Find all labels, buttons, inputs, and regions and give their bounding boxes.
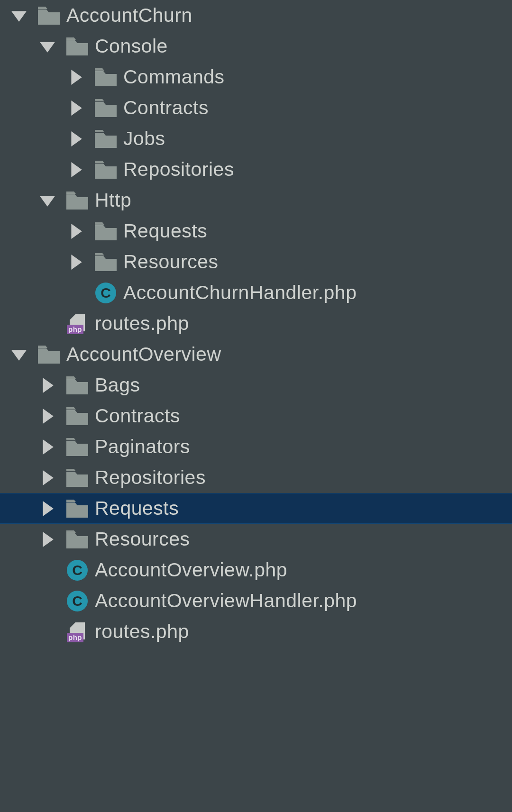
php-file-icon: php bbox=[66, 621, 88, 643]
folder-label: AccountChurn bbox=[66, 6, 192, 25]
file-label: AccountOverviewHandler.php bbox=[95, 591, 357, 611]
file-label: routes.php bbox=[95, 622, 189, 641]
file-accountoverview[interactable]: C AccountOverview.php bbox=[0, 555, 512, 585]
folder-accountchurn[interactable]: AccountChurn bbox=[0, 0, 512, 31]
svg-marker-6 bbox=[40, 196, 55, 206]
folder-icon bbox=[95, 220, 117, 242]
folder-icon bbox=[95, 66, 117, 88]
svg-marker-7 bbox=[71, 224, 82, 239]
folder-label: AccountOverview bbox=[66, 345, 221, 364]
file-routes-accountoverview[interactable]: php routes.php bbox=[0, 616, 512, 647]
svg-marker-12 bbox=[43, 439, 53, 455]
file-routes-accountchurn[interactable]: php routes.php bbox=[0, 308, 512, 339]
chevron-down-icon[interactable] bbox=[9, 6, 28, 25]
folder-repositories[interactable]: Repositories bbox=[0, 154, 512, 185]
svg-marker-10 bbox=[43, 378, 53, 393]
folder-label: Contracts bbox=[123, 98, 209, 118]
php-class-icon: C bbox=[95, 282, 117, 304]
file-label: AccountChurnHandler.php bbox=[123, 283, 357, 302]
folder-label: Repositories bbox=[95, 468, 206, 487]
folder-jobs[interactable]: Jobs bbox=[0, 123, 512, 154]
folder-icon bbox=[66, 36, 88, 57]
php-class-icon: C bbox=[66, 590, 88, 612]
folder-ao-repositories[interactable]: Repositories bbox=[0, 462, 512, 493]
folder-icon bbox=[66, 467, 88, 489]
folder-accountoverview[interactable]: AccountOverview bbox=[0, 339, 512, 370]
folder-label: Resources bbox=[123, 252, 218, 272]
folder-label: Console bbox=[95, 36, 168, 56]
folder-icon bbox=[95, 159, 117, 181]
chevron-right-icon[interactable] bbox=[66, 68, 85, 87]
folder-icon bbox=[95, 128, 117, 150]
folder-ao-resources[interactable]: Resources bbox=[0, 524, 512, 555]
folder-label: Commands bbox=[123, 67, 225, 87]
php-file-icon: php bbox=[66, 313, 88, 335]
folder-icon bbox=[38, 5, 60, 27]
folder-label: Http bbox=[95, 191, 131, 210]
folder-label: Resources bbox=[95, 529, 190, 549]
folder-label: Repositories bbox=[123, 160, 234, 179]
folder-ao-requests[interactable]: Requests bbox=[0, 493, 512, 524]
svg-marker-11 bbox=[43, 409, 53, 424]
folder-label: Paginators bbox=[95, 437, 190, 456]
svg-marker-15 bbox=[43, 532, 53, 547]
file-label: routes.php bbox=[95, 314, 189, 333]
folder-http[interactable]: Http bbox=[0, 185, 512, 216]
folder-icon bbox=[38, 344, 60, 365]
folder-label: Requests bbox=[95, 499, 179, 518]
folder-icon bbox=[66, 529, 88, 550]
svg-marker-13 bbox=[43, 470, 53, 485]
svg-marker-0 bbox=[11, 11, 27, 21]
folder-icon bbox=[95, 97, 117, 119]
file-label: AccountOverview.php bbox=[95, 560, 287, 580]
chevron-down-icon[interactable] bbox=[38, 37, 57, 56]
chevron-right-icon[interactable] bbox=[38, 499, 57, 518]
svg-marker-2 bbox=[71, 70, 82, 85]
svg-marker-8 bbox=[71, 255, 82, 270]
svg-marker-14 bbox=[43, 501, 53, 516]
file-accountchurnhandler[interactable]: C AccountChurnHandler.php bbox=[0, 277, 512, 308]
folder-bags[interactable]: Bags bbox=[0, 370, 512, 401]
chevron-right-icon[interactable] bbox=[66, 160, 85, 179]
svg-marker-9 bbox=[11, 350, 27, 360]
chevron-right-icon[interactable] bbox=[38, 438, 57, 456]
folder-icon bbox=[66, 436, 88, 458]
folder-http-resources[interactable]: Resources bbox=[0, 246, 512, 277]
chevron-right-icon[interactable] bbox=[38, 468, 57, 487]
folder-icon bbox=[66, 498, 88, 520]
folder-commands[interactable]: Commands bbox=[0, 62, 512, 92]
folder-ao-contracts[interactable]: Contracts bbox=[0, 401, 512, 431]
folder-label: Requests bbox=[123, 221, 207, 241]
chevron-down-icon[interactable] bbox=[38, 191, 57, 210]
chevron-right-icon[interactable] bbox=[38, 407, 57, 426]
file-accountoverviewhandler[interactable]: C AccountOverviewHandler.php bbox=[0, 585, 512, 616]
folder-paginators[interactable]: Paginators bbox=[0, 431, 512, 462]
chevron-right-icon[interactable] bbox=[66, 222, 85, 241]
svg-marker-5 bbox=[71, 162, 82, 177]
svg-marker-4 bbox=[71, 131, 82, 146]
svg-marker-3 bbox=[71, 100, 82, 116]
chevron-right-icon[interactable] bbox=[66, 253, 85, 272]
folder-label: Jobs bbox=[123, 129, 165, 148]
chevron-down-icon[interactable] bbox=[9, 345, 28, 364]
project-tree: AccountChurn Console Commands Contracts bbox=[0, 0, 512, 647]
folder-label: Bags bbox=[95, 375, 140, 395]
svg-marker-1 bbox=[40, 42, 55, 52]
folder-contracts[interactable]: Contracts bbox=[0, 92, 512, 123]
folder-icon bbox=[66, 405, 88, 427]
folder-http-requests[interactable]: Requests bbox=[0, 216, 512, 246]
chevron-right-icon[interactable] bbox=[38, 376, 57, 395]
folder-label: Contracts bbox=[95, 406, 180, 426]
php-class-icon: C bbox=[66, 559, 88, 581]
chevron-right-icon[interactable] bbox=[66, 129, 85, 148]
folder-console[interactable]: Console bbox=[0, 31, 512, 62]
folder-icon bbox=[95, 251, 117, 273]
folder-icon bbox=[66, 374, 88, 396]
folder-icon bbox=[66, 190, 88, 211]
chevron-right-icon[interactable] bbox=[66, 99, 85, 118]
chevron-right-icon[interactable] bbox=[38, 530, 57, 549]
